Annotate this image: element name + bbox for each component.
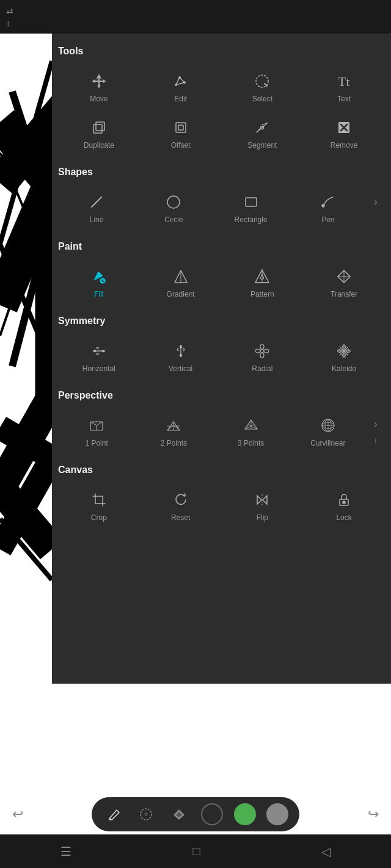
svg-point-17 xyxy=(167,196,180,208)
svg-rect-9 xyxy=(93,125,102,133)
undo-button[interactable]: ↩ xyxy=(12,806,23,822)
perspective-extra-label: I xyxy=(375,437,376,444)
rectangle-label: Rectangle xyxy=(235,215,268,224)
svg-text:Tt: Tt xyxy=(338,74,350,89)
vertical-icon xyxy=(172,341,189,361)
svg-point-35 xyxy=(260,344,264,349)
tool-fill[interactable]: Fill xyxy=(58,259,140,306)
properties-icon[interactable]: ↕ xyxy=(6,18,13,28)
svg-point-37 xyxy=(255,349,260,353)
crop-icon xyxy=(90,490,108,510)
tool-horizontal[interactable]: Horizontal xyxy=(58,334,140,380)
canvas-section-title: Canvas xyxy=(58,465,385,476)
svg-point-69 xyxy=(141,809,152,820)
tool-3points[interactable]: 3 Points xyxy=(213,408,290,455)
duplicate-icon xyxy=(90,118,108,137)
svg-point-68 xyxy=(343,501,345,504)
reset-label: Reset xyxy=(171,513,190,522)
tool-segment[interactable]: Segment xyxy=(222,110,304,157)
segment-label: Segment xyxy=(247,141,277,150)
tools-grid: Move Edit Select xyxy=(58,64,385,157)
select-label: Select xyxy=(252,95,272,103)
tool-curvilinear[interactable]: Curvilinear xyxy=(290,408,367,455)
svg-point-33 xyxy=(180,355,181,356)
tool-flip[interactable]: Flip xyxy=(222,483,304,529)
shapes-scroll-arrow[interactable]: › xyxy=(367,197,385,220)
edit-label: Edit xyxy=(174,95,187,103)
lock-label: Lock xyxy=(336,513,351,522)
svg-rect-10 xyxy=(96,122,104,131)
layers-icon[interactable]: ⇄ xyxy=(6,6,13,16)
segment-icon xyxy=(254,118,271,137)
svg-line-48 xyxy=(90,422,97,425)
tool-circle[interactable]: Circle xyxy=(135,185,212,231)
tool-remove[interactable]: Remove xyxy=(303,110,385,157)
curvilinear-label: Curvilinear xyxy=(310,439,345,447)
svg-line-13 xyxy=(257,123,268,132)
bottom-nav: ☰ □ ◁ xyxy=(0,834,391,868)
tool-transfer[interactable]: Transfer xyxy=(303,259,385,306)
fill-icon xyxy=(90,267,108,286)
nav-back[interactable]: ◁ xyxy=(321,844,331,859)
tool-pattern[interactable]: Pattern xyxy=(222,259,304,306)
crop-label: Crop xyxy=(91,513,107,522)
shapes-row: Line Circle Rectangle xyxy=(58,185,385,231)
pen-label: Pen xyxy=(321,215,334,224)
svg-rect-18 xyxy=(246,198,257,206)
tool-vertical[interactable]: Vertical xyxy=(140,334,222,380)
1point-icon xyxy=(88,416,105,435)
svg-point-32 xyxy=(180,346,181,348)
reset-icon xyxy=(172,490,189,510)
tool-duplicate[interactable]: Duplicate xyxy=(58,110,140,157)
tool-gradient[interactable]: Gradient xyxy=(140,259,222,306)
tool-offset[interactable]: Offset xyxy=(140,110,222,157)
horizontal-icon xyxy=(90,341,108,361)
3points-icon xyxy=(243,416,260,435)
green-fill-button[interactable] xyxy=(233,802,257,826)
tool-select[interactable]: Select xyxy=(222,64,304,110)
tool-line[interactable]: Line xyxy=(58,185,135,231)
green-fill-display xyxy=(234,803,256,825)
tool-1point[interactable]: 1 Point xyxy=(58,408,135,455)
circle-outline-button[interactable] xyxy=(200,802,224,826)
flip-label: Flip xyxy=(257,513,268,522)
move-icon xyxy=(90,71,108,91)
tool-kaleido[interactable]: Kaleido xyxy=(303,334,385,380)
tool-2points[interactable]: 2 Points xyxy=(135,408,212,455)
horizontal-label: Horizontal xyxy=(82,364,115,373)
text-label: Text xyxy=(337,95,351,103)
line-icon xyxy=(88,192,105,212)
brush-tool-button[interactable] xyxy=(101,802,126,826)
remove-icon xyxy=(335,118,353,137)
offset-label: Offset xyxy=(171,141,191,150)
tool-reset[interactable]: Reset xyxy=(140,483,222,529)
tool-rectangle[interactable]: Rectangle xyxy=(213,185,290,231)
tool-pen[interactable]: Pen xyxy=(290,185,367,231)
move-label: Move xyxy=(90,95,108,103)
flip-icon xyxy=(254,490,271,510)
circle-label: Circle xyxy=(164,215,183,224)
tool-text[interactable]: Tt Text xyxy=(303,64,385,110)
nav-menu[interactable]: ☰ xyxy=(60,844,71,859)
2points-icon xyxy=(165,416,182,435)
redo-button[interactable]: ↪ xyxy=(368,806,379,822)
circle-outline-display xyxy=(201,803,223,825)
tool-radial[interactable]: Radial xyxy=(222,334,304,380)
svg-rect-11 xyxy=(176,123,186,132)
gray-fill-button[interactable] xyxy=(265,802,290,826)
nav-home[interactable]: □ xyxy=(192,844,200,858)
symmetry-grid: Horizontal Vertical xyxy=(58,334,385,380)
lasso-select-button[interactable] xyxy=(134,802,159,826)
rectangle-icon xyxy=(243,192,260,212)
tool-crop[interactable]: Crop xyxy=(58,483,140,529)
kaleido-label: Kaleido xyxy=(332,364,356,373)
transfer-icon xyxy=(335,267,353,286)
svg-point-4 xyxy=(178,76,181,79)
fill-label: Fill xyxy=(94,290,103,298)
svg-point-30 xyxy=(102,350,104,352)
tool-lock[interactable]: Lock xyxy=(303,483,385,529)
eraser-tool-button[interactable] xyxy=(167,802,191,826)
tool-move[interactable]: Move xyxy=(58,64,140,110)
tools-panel: Tools Move Edit xyxy=(52,34,391,684)
tool-edit[interactable]: Edit xyxy=(140,64,222,110)
